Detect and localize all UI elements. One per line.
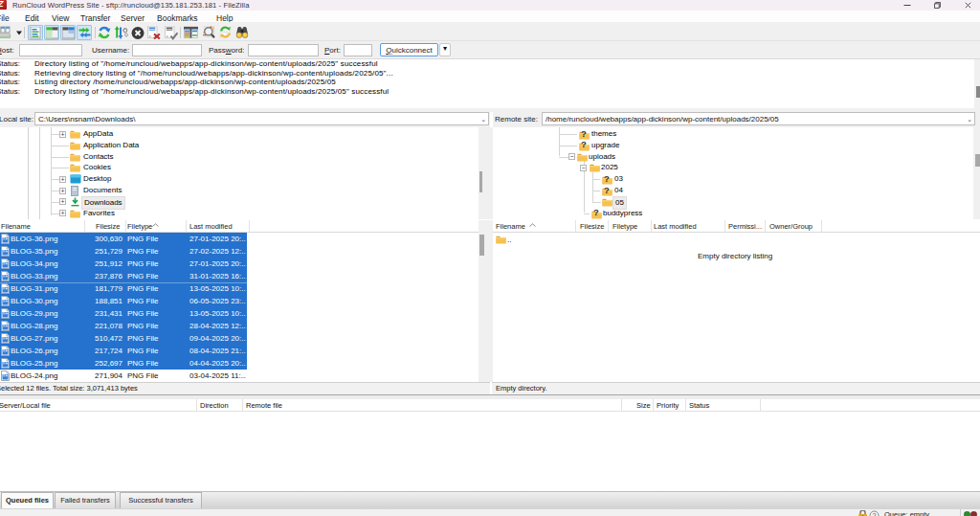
svg-text:?: ? — [873, 512, 877, 516]
